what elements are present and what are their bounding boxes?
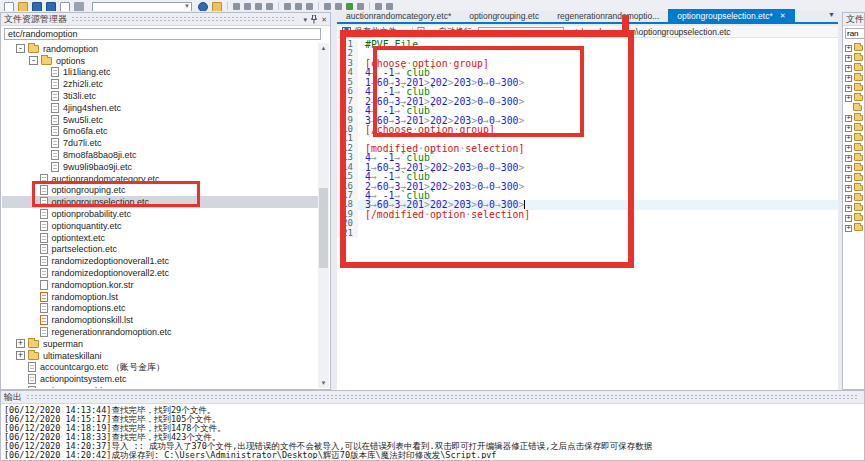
file-icon (51, 150, 59, 160)
expand-icon: + (845, 175, 852, 182)
save-icon[interactable] (32, 2, 42, 11)
code-editor[interactable]: 1#PVF File23[choose·option·group]44→ -1→… (337, 38, 838, 390)
tree-item[interactable]: partselection.etc (2, 244, 318, 256)
right-panel-search-input[interactable] (845, 28, 865, 39)
toolbar-icon[interactable] (324, 3, 331, 10)
window-position-icon[interactable]: ▾ (304, 13, 308, 26)
output-titlebar: 输出 (1, 391, 864, 404)
run-icon[interactable] (198, 2, 208, 11)
mini-tree-row[interactable]: + (845, 43, 864, 53)
tab[interactable]: optiongrouping.etc (460, 9, 548, 22)
tree-item[interactable]: 1li1liang.etc (2, 67, 318, 79)
mini-tree-row[interactable]: + (845, 223, 864, 233)
scroll-down-icon[interactable]: ▼ (318, 378, 329, 388)
tree-item[interactable]: actionpointsystem.etc (2, 373, 318, 385)
toolbar-icon[interactable] (74, 2, 84, 11)
tree-item[interactable]: +superman (2, 338, 318, 350)
mini-tree-row[interactable]: + (845, 113, 864, 123)
tree-item[interactable]: randomoption.kor.str (2, 279, 318, 291)
tree-item[interactable]: randomizedoptionoverall1.etc (2, 255, 318, 267)
tree-item[interactable]: 9wu9li9bao9ji.etc (2, 161, 318, 173)
tree-item[interactable]: 6mo6fa.etc (2, 126, 318, 138)
toolbar-icon[interactable] (244, 3, 251, 10)
tree-item[interactable]: 8mo8fa8bao8ji.etc (2, 149, 318, 161)
tree-item[interactable]: auctionrandomcategory.etc (2, 173, 318, 185)
tab[interactable]: auctionrandomcategory.etc* (337, 9, 460, 22)
tree-item[interactable]: optiongroupselection.etc (2, 196, 318, 208)
scrollbar-thumb[interactable] (319, 188, 328, 268)
mini-tree-row[interactable]: + (845, 143, 864, 153)
mini-tree-row[interactable]: + (845, 193, 864, 203)
locate-file-icon[interactable] (417, 27, 426, 36)
tree-item[interactable]: 5wu5li.etc (2, 114, 318, 126)
toolbar-icon[interactable] (266, 3, 273, 10)
mini-tree-row[interactable]: + (845, 123, 864, 133)
tree-item[interactable]: optionquantity.etc (2, 220, 318, 232)
toolbar-icon[interactable] (306, 3, 313, 10)
mini-tree-row[interactable]: + (845, 173, 864, 183)
mini-tree-row[interactable]: + (845, 83, 864, 93)
tree-item-label: randomoption.kor.str (52, 280, 134, 290)
mini-tree-row[interactable]: + (845, 93, 864, 103)
mini-tree-row[interactable] (845, 103, 864, 113)
tree-item[interactable]: -randomoption (2, 43, 318, 55)
mini-tree-row[interactable]: + (845, 163, 864, 173)
file-explorer-titlebar: 文件资源管理器 ▾ ✕ (1, 13, 330, 26)
tree-item[interactable]: 4jing4shen.etc (2, 102, 318, 114)
tree-item[interactable]: 7du7li.etc (2, 137, 318, 149)
tree-item[interactable]: optionprobability.etc (2, 208, 318, 220)
tree-item[interactable]: -options (2, 55, 318, 67)
toolbar-combobox[interactable]: ▼ (92, 2, 192, 11)
tree-scrollbar[interactable]: ▲ ▼ (318, 43, 329, 388)
save-all-icon[interactable] (46, 2, 56, 11)
mini-tree-row[interactable]: + (845, 63, 864, 73)
tab[interactable]: optiongroupselection.etc*✕ (668, 9, 794, 22)
code-text: #PVF File (358, 40, 838, 49)
tree-item-label: ultimateskillani (43, 351, 102, 361)
search-icon[interactable] (212, 2, 222, 11)
toolbar-icon[interactable] (295, 3, 302, 10)
toolbar-icon[interactable] (60, 2, 70, 11)
encoding-combobox[interactable]: ▼ (478, 27, 564, 37)
word-wrap-toggle[interactable]: 自动换行 (438, 26, 472, 38)
close-icon[interactable]: ✕ (321, 13, 327, 26)
mini-tree-row[interactable]: + (845, 213, 864, 223)
chevron-down-icon[interactable]: ▼ (429, 29, 435, 35)
toolbar-icon[interactable] (233, 3, 240, 10)
tree-item[interactable]: randomoption.lst (2, 291, 318, 303)
tab[interactable]: regenerationrandomoptio... (548, 9, 668, 22)
mini-tree-row[interactable]: + (845, 153, 864, 163)
tree-item[interactable]: randomizedoptionoverall2.etc (2, 267, 318, 279)
open-folder-icon[interactable] (18, 2, 28, 11)
tree-item[interactable]: accountcargo.etc （账号金库） (2, 362, 318, 374)
scroll-up-icon[interactable]: ▲ (318, 43, 329, 53)
tree-item[interactable]: 3ti3li.etc (2, 90, 318, 102)
tab-overflow-icon[interactable]: ▼ (828, 11, 835, 18)
mini-tree-row[interactable]: + (845, 203, 864, 213)
tree-item[interactable]: randomoptionskill.lst (2, 314, 318, 326)
chevron-down-icon[interactable]: ▼ (400, 29, 406, 35)
pin-icon[interactable] (311, 13, 317, 26)
tree-item[interactable]: activestatustable.etc (2, 385, 318, 388)
tree-item[interactable]: regenerationrandomoption.etc (2, 326, 318, 338)
toolbar-icon[interactable] (255, 3, 262, 10)
file-icon (40, 327, 48, 337)
tree-item[interactable]: optiongrouping.etc (2, 185, 318, 197)
save-file-label[interactable]: 保存此文件 (354, 26, 397, 38)
file-icon (40, 256, 48, 266)
tree-item[interactable]: randomoptions.etc (2, 303, 318, 315)
tree-item[interactable]: optiontext.etc (2, 232, 318, 244)
mini-tree-row[interactable]: + (845, 53, 864, 63)
tree-item-label: randomizedoptionoverall2.etc (52, 268, 170, 278)
mini-tree-row[interactable]: + (845, 183, 864, 193)
expand-icon: + (845, 95, 852, 102)
toolbar-icon[interactable] (284, 3, 291, 10)
mini-tree-row[interactable]: + (845, 73, 864, 83)
save-file-icon[interactable] (342, 27, 351, 36)
folder-icon (41, 57, 52, 65)
new-file-icon[interactable] (4, 2, 14, 11)
tree-item[interactable]: 2zhi2li.etc (2, 78, 318, 90)
tree-item[interactable]: +ultimateskillani (2, 350, 318, 362)
explorer-path-input[interactable] (4, 28, 321, 40)
mini-tree-row[interactable]: + (845, 133, 864, 143)
